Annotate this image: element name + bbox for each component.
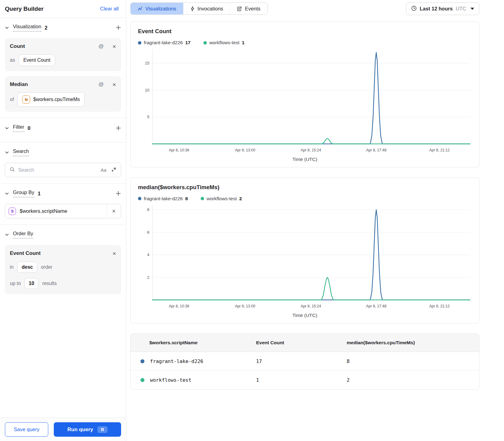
chevron-down-icon[interactable] xyxy=(5,126,9,130)
page-title: Query Builder xyxy=(5,6,44,12)
svg-text:5: 5 xyxy=(147,115,149,119)
tab-label: Visualizations xyxy=(145,6,176,12)
tab-invocations[interactable]: Invocations xyxy=(183,3,230,14)
chart-title: median($workers.cpuTimeMs) xyxy=(138,184,472,191)
run-shortcut-badge: R xyxy=(97,426,107,433)
dropdown-caret-icon xyxy=(471,8,474,10)
legend-item[interactable]: fragrant-lake-d226 17 xyxy=(138,40,191,45)
search-label: Search xyxy=(13,148,29,156)
svg-text:Apr 8, 17:48: Apr 8, 17:48 xyxy=(366,148,387,152)
chart-title: Event Count xyxy=(138,28,472,35)
section-group-by: Group By 1 S $workers.scriptName ✕ xyxy=(0,184,126,225)
section-order-by: Order By Event Count ✕ in desc order up … xyxy=(0,225,126,300)
series-total: 8 xyxy=(185,196,188,201)
tab-events[interactable]: Events xyxy=(230,3,267,14)
legend-item[interactable]: workflows-test 2 xyxy=(201,196,242,201)
tab-label: Invocations xyxy=(198,6,223,12)
limit-input[interactable]: 10 xyxy=(25,278,39,289)
column-header-script-name: $workers.scriptName xyxy=(131,334,256,352)
group-by-item[interactable]: S $workers.scriptName ✕ xyxy=(5,204,121,218)
legend-item[interactable]: fragrant-lake-d226 8 xyxy=(138,196,188,201)
series-name: workflows-test xyxy=(209,40,239,45)
column-header-median: median($workers.cpuTimeMs) xyxy=(347,334,479,352)
clear-all-button[interactable]: Clear all xyxy=(98,6,120,12)
field-value-box[interactable]: N $workers.cpuTimeMs xyxy=(18,92,84,107)
svg-text:Apr 8, 15:24: Apr 8, 15:24 xyxy=(301,304,321,308)
up-to-label: up to xyxy=(10,281,21,286)
sidebar-body: Visualization 2 Count @ ✕ as Eve xyxy=(0,18,126,418)
in-label: in xyxy=(10,264,14,270)
chevron-down-icon[interactable] xyxy=(5,192,9,196)
remove-visualization-icon[interactable]: ✕ xyxy=(112,44,116,49)
remove-order-by-icon[interactable]: ✕ xyxy=(112,251,116,256)
svg-text:Apr 8, 15:24: Apr 8, 15:24 xyxy=(301,148,321,152)
add-group-by-button[interactable] xyxy=(116,191,121,196)
clock-icon xyxy=(411,6,417,12)
filter-count: 0 xyxy=(28,125,30,131)
svg-text:2: 2 xyxy=(147,275,149,279)
table-header-row: $workers.scriptName Event Count median($… xyxy=(131,334,479,352)
remove-group-by-icon[interactable]: ✕ xyxy=(107,204,121,218)
timezone-value: UTC xyxy=(456,6,466,12)
chart-card-event-count: Event Count fragrant-lake-d226 17 workfl… xyxy=(130,21,479,167)
regex-icon[interactable] xyxy=(111,167,116,173)
series-dot xyxy=(138,41,141,45)
section-visualization: Visualization 2 Count @ ✕ as Eve xyxy=(0,18,126,118)
table-row[interactable]: fragrant-lake-d226 17 8 xyxy=(131,352,479,371)
of-label: of xyxy=(10,97,14,102)
topbar: Visualizations Invocations Events Last 1… xyxy=(130,2,479,15)
filter-label: Filter xyxy=(13,124,24,132)
x-axis-label: Time (UTC) xyxy=(138,313,472,318)
section-filter: Filter 0 xyxy=(0,118,126,142)
svg-text:8: 8 xyxy=(147,207,149,212)
match-case-icon[interactable]: Aa xyxy=(101,167,106,173)
order-by-label: Order By xyxy=(13,231,33,239)
time-range-value: Last 12 hours xyxy=(420,6,453,12)
table-row[interactable]: workflows-test 1 2 xyxy=(131,371,479,389)
svg-text:Apr 8, 21:12: Apr 8, 21:12 xyxy=(429,148,450,152)
group-by-field: $workers.scriptName xyxy=(20,208,107,214)
script-name-cell: fragrant-lake-d226 xyxy=(150,358,203,364)
as-label: as xyxy=(10,57,15,63)
alias-value-box[interactable]: Event Count xyxy=(19,54,55,66)
series-name: fragrant-lake-d226 xyxy=(144,40,183,45)
search-input[interactable]: Search Aa xyxy=(5,163,121,177)
chevron-down-icon[interactable] xyxy=(5,26,9,30)
sidebar-header: Query Builder Clear all xyxy=(0,0,126,18)
direction-select[interactable]: desc xyxy=(17,262,37,273)
series-dot xyxy=(138,197,141,200)
tab-visualizations[interactable]: Visualizations xyxy=(131,3,183,14)
add-visualization-button[interactable] xyxy=(116,25,121,30)
group-by-count: 1 xyxy=(38,191,41,197)
series-total: 1 xyxy=(242,40,245,45)
save-query-button[interactable]: Save query xyxy=(5,422,48,437)
chevron-down-icon[interactable] xyxy=(5,150,9,154)
svg-text:4: 4 xyxy=(147,252,149,257)
line-chart[interactable]: 51015Apr 8, 10:36Apr 8, 13:00Apr 8, 15:2… xyxy=(138,49,472,154)
alias-icon[interactable]: @ xyxy=(98,81,104,88)
main-content: Visualizations Invocations Events Last 1… xyxy=(126,0,504,441)
section-search: Search Search Aa xyxy=(0,142,126,184)
svg-text:Apr 8, 17:48: Apr 8, 17:48 xyxy=(366,304,387,308)
run-query-label: Run query xyxy=(67,427,93,433)
run-query-button[interactable]: Run query R xyxy=(54,422,121,437)
alias-icon[interactable]: @ xyxy=(98,43,104,49)
string-type-icon: S xyxy=(9,208,16,215)
line-chart[interactable]: 2468Apr 8, 10:36Apr 8, 13:00Apr 8, 15:24… xyxy=(138,205,472,310)
time-range-picker[interactable]: Last 12 hours UTC xyxy=(406,2,479,15)
aggregation-name: Median xyxy=(10,81,28,88)
svg-text:Apr 8, 10:36: Apr 8, 10:36 xyxy=(169,148,189,152)
chevron-down-icon[interactable] xyxy=(5,233,9,237)
results-table: $workers.scriptName Event Count median($… xyxy=(131,334,479,389)
order-label: order xyxy=(41,264,52,270)
svg-text:Apr 8, 13:00: Apr 8, 13:00 xyxy=(235,148,255,152)
median-cell: 8 xyxy=(347,358,350,364)
svg-text:Apr 8, 13:00: Apr 8, 13:00 xyxy=(235,304,255,308)
remove-visualization-icon[interactable]: ✕ xyxy=(112,82,116,87)
order-by-field: Event Count xyxy=(10,250,41,256)
median-cell: 2 xyxy=(347,377,350,383)
sidebar-footer: Save query Run query R xyxy=(0,418,126,441)
legend-item[interactable]: workflows-test 1 xyxy=(203,40,245,45)
series-name: workflows-test xyxy=(207,196,237,201)
add-filter-button[interactable] xyxy=(116,125,121,131)
